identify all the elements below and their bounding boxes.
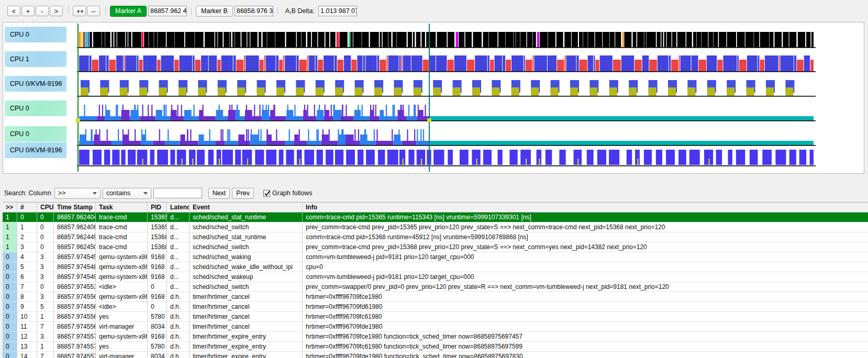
task-bar <box>580 60 587 71</box>
kvm-bar <box>766 87 774 96</box>
table-row[interactable]: 09586857.974556<idle>0d.h.timer/hrtimer_… <box>3 302 868 312</box>
event-bar <box>393 32 397 47</box>
vm-spike <box>408 105 409 120</box>
prev-button[interactable]: Prev <box>232 188 254 199</box>
search-input[interactable] <box>153 188 202 198</box>
table-row[interactable]: 05386857.974548qemu-system-x869168d...sc… <box>3 262 868 272</box>
event-bar <box>149 32 153 47</box>
table-cell: sched/sched_waking <box>190 252 303 262</box>
task-bar <box>506 60 511 71</box>
column-header-visible[interactable]: >> <box>3 203 17 212</box>
column-header-info[interactable]: Info <box>303 203 868 212</box>
column-header-timestamp[interactable]: Time Stamp <box>54 203 96 212</box>
vm-spike <box>229 105 230 120</box>
idle-teal-band <box>429 141 814 145</box>
task-bar <box>307 55 308 71</box>
table-row[interactable]: 013186857.974557yes5780d.h.timer/hrtimer… <box>3 342 868 352</box>
marker-b-value-field[interactable] <box>235 6 273 16</box>
table-row[interactable]: 07086857.974551<idle>0d...sched/sched_sw… <box>3 282 868 292</box>
table-cell: 0 <box>3 322 17 331</box>
graph-follows-checkbox[interactable] <box>263 190 270 197</box>
vm-spike <box>84 105 85 120</box>
column-header-cpu[interactable]: CPU <box>37 203 54 212</box>
table-row[interactable]: 012386857.974557qemu-system-x869168d.h.t… <box>3 332 868 342</box>
column-header-event[interactable]: Event <box>190 203 303 212</box>
event-bar <box>132 32 141 47</box>
vm-spike <box>128 129 129 145</box>
table-row[interactable]: 06386857.974549qemu-system-x869168d...sc… <box>3 272 868 282</box>
kvm-guest-bar <box>644 150 652 165</box>
vm-spike <box>414 105 415 120</box>
zoom-in-button[interactable]: + <box>21 6 35 16</box>
table-row[interactable]: 04386857.974545qemu-system-x869168d...sc… <box>3 252 868 262</box>
event-bar <box>275 32 285 47</box>
scroll-left-button[interactable]: < <box>7 6 20 16</box>
ab-delta-value-field[interactable] <box>318 6 357 16</box>
column-header-pid[interactable]: PID <box>148 203 167 212</box>
task-bar <box>299 60 307 71</box>
table-cell: sched/sched_wakeup <box>190 272 303 282</box>
vm-bar <box>156 110 162 120</box>
zoom-out-button[interactable]: - <box>36 6 49 16</box>
search-column-selected-value: >> <box>58 189 66 197</box>
kvm-guest-bar <box>266 150 276 165</box>
table-row[interactable]: 014786857.974557virt-manager8034d.h.time… <box>3 352 868 358</box>
event-stripe <box>456 32 459 47</box>
vm-spike <box>102 105 103 120</box>
next-button[interactable]: Next <box>208 188 230 199</box>
vm-spike <box>374 129 375 145</box>
table-cell: 1 <box>3 222 17 232</box>
event-bar <box>789 32 797 47</box>
table-row[interactable]: 010186857.974556yes5780d.h.timer/hrtimer… <box>3 312 868 322</box>
column-header-index[interactable]: # <box>17 203 37 212</box>
splitter-handle[interactable] <box>409 166 435 171</box>
vm-spike <box>334 105 335 120</box>
search-match-select[interactable]: contains <box>103 188 151 199</box>
vm-spike <box>258 129 259 145</box>
marker-a-button[interactable]: Marker A <box>110 6 147 17</box>
vm-bar <box>199 110 203 120</box>
event-bar <box>175 32 184 47</box>
zoom-out-fast-button[interactable]: -- <box>87 6 100 16</box>
table-cell: 5780 <box>148 342 167 351</box>
marker-b-button[interactable]: Marker B <box>196 6 233 17</box>
scroll-right-button[interactable]: > <box>50 6 63 16</box>
graph-follows-toggle[interactable]: Graph follows <box>263 189 312 197</box>
task-bar <box>613 60 621 71</box>
event-bar <box>93 32 102 47</box>
table-cell: 1 <box>17 222 37 232</box>
kvm-bar <box>472 87 480 96</box>
timeline-plot[interactable] <box>3 23 864 173</box>
event-bar <box>656 32 660 47</box>
table-cell: d.h. <box>167 312 190 321</box>
task-bar <box>143 55 157 71</box>
vm-bar <box>181 135 185 145</box>
marker-a-handle <box>76 118 80 122</box>
kvm-guest-bar <box>346 150 355 165</box>
event-bar <box>664 32 666 47</box>
task-bar <box>92 60 98 71</box>
search-column-select[interactable]: >> <box>54 188 101 199</box>
search-match-selected-value: contains <box>106 189 131 197</box>
task-bar <box>402 55 403 71</box>
table-row[interactable]: 13086857.962450trace-cmd15368d...sched/s… <box>3 242 868 252</box>
kvm-bar <box>237 87 245 96</box>
table-cell: 0 <box>3 282 17 292</box>
vm-spike <box>118 129 119 145</box>
table-row[interactable]: 08386857.974556qemu-system-x869168d.h.ti… <box>3 292 868 302</box>
column-header-latency[interactable]: Latency <box>167 203 190 212</box>
zoom-in-fast-button[interactable]: ++ <box>73 6 86 16</box>
event-bar <box>774 32 782 47</box>
kvm-bar <box>531 87 539 96</box>
table-row[interactable]: 10086857.962404trace-cmd15365d...sched/s… <box>3 212 868 222</box>
table-row[interactable]: 12086857.962449trace-cmd15368d...sched/s… <box>3 232 868 242</box>
chevron-down-icon <box>143 192 148 195</box>
event-bar <box>798 32 805 47</box>
column-header-task[interactable]: Task <box>96 203 148 212</box>
table-cell: 0 <box>3 312 17 321</box>
kvm-bar <box>707 87 715 96</box>
table-row[interactable]: 011786857.974556virt-manager8034d.h.time… <box>3 322 868 332</box>
marker-a-value-field[interactable] <box>148 6 187 16</box>
table-row[interactable]: 11086857.962406trace-cmd15365d...sched/s… <box>3 222 868 232</box>
event-bar <box>527 32 532 47</box>
